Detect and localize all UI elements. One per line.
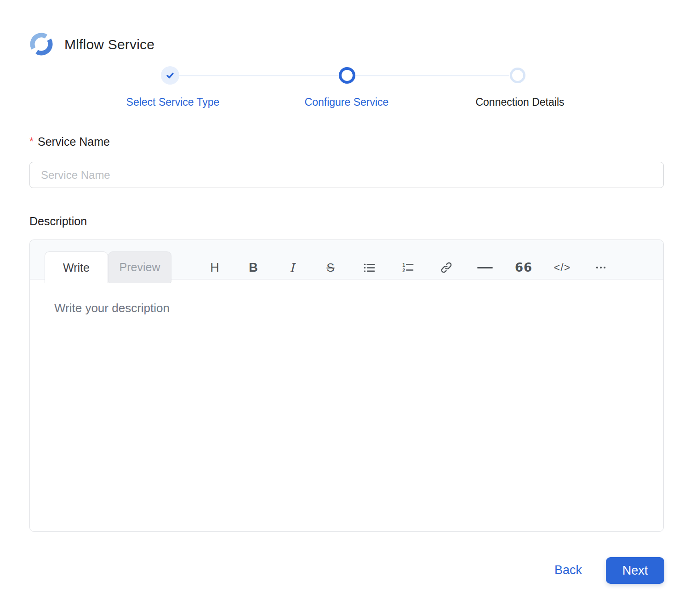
svg-text:2: 2 — [402, 267, 405, 273]
stepper-connector-2 — [355, 75, 509, 76]
link-icon[interactable] — [427, 251, 466, 284]
step-label-select-service-type: Select Service Type — [126, 96, 220, 108]
description-editor: Write Preview H B I S — [29, 240, 664, 532]
service-name-input[interactable] — [29, 162, 664, 188]
heading-icon[interactable]: H — [195, 251, 234, 284]
strikethrough-icon[interactable]: S — [311, 251, 350, 284]
editor-toolbar: H B I S — [195, 251, 620, 284]
step-indicator-connection-details — [510, 68, 525, 83]
step-label-connection-details: Connection Details — [475, 96, 564, 108]
step-indicator-select-service-type — [161, 66, 179, 85]
back-button[interactable]: Back — [554, 563, 582, 577]
description-label: Description — [29, 215, 87, 228]
step-label-configure-service: Configure Service — [305, 96, 389, 108]
horizontal-rule-icon[interactable] — [466, 251, 504, 284]
bold-icon[interactable]: B — [234, 251, 273, 284]
svg-text:1: 1 — [402, 262, 405, 267]
more-options-icon[interactable] — [582, 251, 620, 284]
step-indicator-configure-service — [339, 67, 355, 84]
required-asterisk: * — [29, 136, 34, 148]
page-title: Mlflow Service — [64, 37, 154, 52]
description-textarea[interactable] — [30, 280, 663, 531]
bulleted-list-icon[interactable] — [350, 251, 388, 284]
tab-write[interactable]: Write — [45, 251, 108, 283]
mlflow-logo-icon — [29, 32, 53, 56]
stepper-connector-1 — [179, 75, 339, 76]
code-icon[interactable]: </> — [543, 251, 582, 284]
service-name-label: *Service Name — [29, 135, 110, 148]
italic-icon[interactable]: I — [273, 251, 311, 284]
check-icon — [165, 71, 175, 80]
quote-icon[interactable]: 66 — [504, 251, 543, 284]
tab-preview[interactable]: Preview — [108, 251, 171, 283]
next-button[interactable]: Next — [606, 557, 664, 584]
numbered-list-icon[interactable]: 1 2 — [388, 251, 427, 284]
service-setup-page: Mlflow Service Select Service Type Confi… — [0, 0, 696, 616]
editor-write-area — [30, 280, 663, 531]
